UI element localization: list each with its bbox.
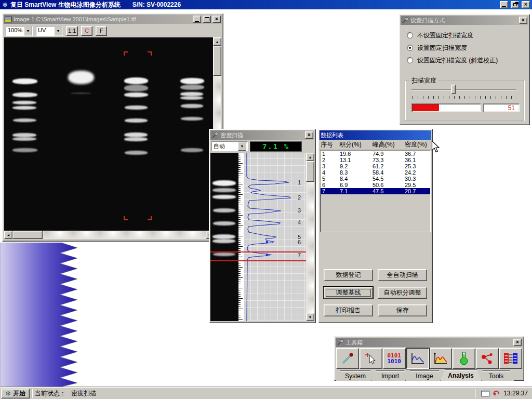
multi-curve-tool-button[interactable]: [430, 348, 453, 369]
datalist-button[interactable]: 保存: [378, 304, 427, 316]
toolbox-close-button[interactable]: ×: [513, 339, 522, 346]
undo-arrow-icon[interactable]: [493, 390, 500, 397]
toolbox-tab[interactable]: Image: [405, 370, 444, 381]
image-horizontal-scrollbar[interactable]: ◄ ►: [4, 231, 214, 239]
peak-handle[interactable]: [266, 254, 268, 256]
peak-handle[interactable]: [266, 241, 268, 243]
app-minimize-button[interactable]: [500, 1, 508, 8]
vscroll-thumb[interactable]: [306, 161, 314, 182]
ratio-1to1-button[interactable]: 1:1: [66, 26, 78, 36]
pipette-tool-button[interactable]: [336, 348, 359, 369]
data-table-row[interactable]: 2 13.1 73.3 36.1: [321, 157, 430, 163]
zoom-select[interactable]: 100% ▼: [6, 26, 33, 36]
image-minimize-button[interactable]: [193, 16, 201, 23]
density-mode-select[interactable]: 自动 ▼: [211, 141, 248, 151]
pointer-tool-button[interactable]: [360, 348, 382, 369]
gel-transfer-tool-button[interactable]: [499, 348, 522, 369]
scan-dialog-close-button[interactable]: ×: [519, 17, 527, 24]
data-table-row[interactable]: 4 8.3 58.4 24.2: [321, 169, 430, 176]
peak-bound-line-bottom[interactable]: [210, 260, 306, 261]
datalist-button[interactable]: 调整基线: [324, 287, 373, 299]
scan-option[interactable]: 设置固定扫描宽度: [407, 44, 522, 52]
data-table-row[interactable]: 7 7.1 47.5 20.7: [321, 188, 430, 194]
scan-region-marker[interactable]: [124, 51, 128, 56]
molecule-tool-button[interactable]: [476, 348, 499, 369]
data-table-row[interactable]: 1 19.6 74.9 36.7: [321, 151, 430, 157]
chevron-down-icon[interactable]: ▼: [54, 26, 62, 35]
scan-region-marker[interactable]: [148, 216, 152, 220]
toolbox-tab[interactable]: Import: [371, 370, 409, 381]
scroll-up-icon[interactable]: ▲: [306, 153, 314, 161]
filter-f-button[interactable]: F: [96, 26, 107, 36]
data-window-titlebar[interactable]: 数据列表: [320, 130, 431, 140]
pipette-icon: [341, 352, 354, 365]
input-method-icon[interactable]: [481, 391, 489, 396]
scroll-left-icon[interactable]: ◄: [4, 231, 12, 239]
scan-option[interactable]: 设置固定扫描宽度 (斜道校正): [407, 56, 522, 64]
density-scan-tool-button[interactable]: [406, 348, 429, 369]
scan-option[interactable]: 不设置固定扫描宽度: [407, 31, 522, 39]
vscroll-thumb[interactable]: [213, 46, 221, 76]
scan-dialog-titlebar[interactable]: 设置扫描方式 ×: [401, 16, 528, 25]
data-table-row[interactable]: 5 8.4 54.5 30.3: [321, 176, 430, 182]
contrast-c-button[interactable]: C: [81, 26, 92, 36]
cell-index: 6: [322, 182, 340, 188]
scan-width-slider-thumb[interactable]: [451, 85, 456, 94]
data-table-row[interactable]: 3 9.2 61.2 25.3: [321, 163, 430, 169]
data-table-row[interactable]: 6 6.9 50.6 29.5: [321, 182, 430, 188]
start-button[interactable]: ❄ 开始: [1, 389, 30, 398]
gel-image[interactable]: [4, 37, 213, 231]
column-header[interactable]: 积分(%): [339, 140, 373, 149]
radio-icon[interactable]: [407, 57, 413, 63]
radio-icon[interactable]: [407, 32, 413, 38]
scan-region-marker[interactable]: [124, 216, 128, 220]
cell-density: 30.3: [405, 176, 416, 182]
image-window-titlebar[interactable]: Image-1 C:\SmartView 2001\Images\Sample1…: [4, 15, 222, 24]
datalist-button[interactable]: 打印报告: [324, 304, 373, 316]
light-select[interactable]: UV ▼: [36, 26, 63, 36]
image-maximize-button[interactable]: [203, 16, 211, 23]
gel-band: [124, 132, 148, 137]
toolbox-tab[interactable]: Tools: [478, 370, 514, 381]
data-table[interactable]: 1 19.6 74.9 36.7 2 13.1 73.3 36.1 3 9.2 …: [320, 150, 431, 232]
data-table-rows: 1 19.6 74.9 36.7 2 13.1 73.3 36.1 3 9.2 …: [321, 151, 430, 194]
scan-width-value: 51: [483, 103, 520, 112]
app-restore-button[interactable]: [511, 1, 519, 8]
density-window-titlebar[interactable]: 密度扫描 ×: [210, 130, 314, 140]
flask-tool-button[interactable]: [453, 348, 475, 369]
toolbox-tab[interactable]: System: [336, 370, 375, 381]
column-header[interactable]: 序号: [321, 140, 339, 149]
peak-bound-line-top[interactable]: [210, 251, 306, 252]
progress-fill: [413, 104, 439, 111]
column-header[interactable]: 密度(%): [405, 140, 427, 149]
density-curve-plot[interactable]: [244, 153, 306, 321]
scroll-up-icon[interactable]: ▲: [213, 37, 221, 46]
chevron-down-icon[interactable]: ▼: [238, 142, 246, 151]
light-select-value: UV: [36, 26, 54, 35]
toolbox-tab[interactable]: Analysis: [440, 369, 482, 381]
cell-index: 1: [322, 151, 340, 157]
density-close-button[interactable]: ×: [305, 131, 313, 139]
scan-region-marker[interactable]: [148, 51, 152, 56]
datalist-button[interactable]: 数据登记: [324, 269, 373, 281]
scan-width-slider-track[interactable]: [411, 89, 516, 90]
cell-integral: 19.6: [340, 151, 373, 157]
column-header[interactable]: 峰高(%): [373, 140, 405, 149]
datalist-button[interactable]: 全自动扫描: [378, 269, 427, 281]
taskbar-divider: [32, 389, 33, 398]
image-close-button[interactable]: ×: [212, 16, 221, 23]
app-close-button[interactable]: ×: [522, 1, 530, 8]
radio-icon[interactable]: [407, 45, 413, 51]
clock[interactable]: 13:29:37: [503, 390, 528, 397]
datalist-button[interactable]: 自动积分调整: [378, 287, 427, 299]
scroll-down-icon[interactable]: ▼: [306, 313, 314, 321]
chevron-down-icon[interactable]: ▼: [24, 26, 32, 35]
hscroll-thumb[interactable]: [12, 231, 43, 239]
density-scan-window: 密度扫描 × 自动 ▼ 7.1 %: [209, 129, 316, 323]
molecule-icon: [480, 352, 495, 365]
toolbox-titlebar[interactable]: 工具箱 ×: [336, 338, 523, 347]
binary-data-tool-button[interactable]: 0101 1010: [383, 348, 406, 369]
toolbox-window: 工具箱 × 0101 1010: [334, 336, 524, 381]
app-title: 复日 SmartView 生物电泳图像分析系统: [10, 1, 121, 9]
density-vertical-scrollbar[interactable]: ▲ ▼: [306, 153, 314, 321]
